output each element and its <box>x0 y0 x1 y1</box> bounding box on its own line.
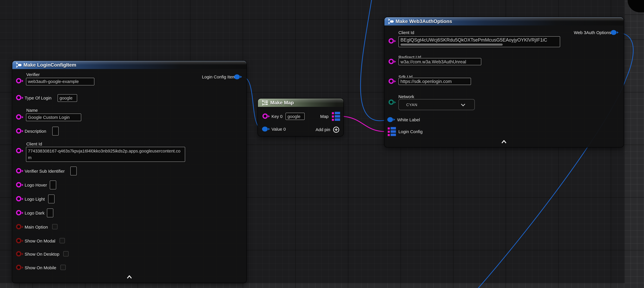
logo-dark-field[interactable] <box>47 208 53 217</box>
node-header-make-loginconfigitem[interactable]: Make LoginConfigItem <box>12 61 246 69</box>
main-option-checkbox[interactable] <box>52 224 58 229</box>
make-struct-icon <box>16 62 22 68</box>
input-pin-show-on-desktop[interactable] <box>16 251 25 256</box>
node-make-loginconfigitem[interactable]: Make LoginConfigItem Login Config Item V… <box>12 61 246 283</box>
pin-label-client-id: Client Id <box>26 141 42 146</box>
make-container-icon <box>262 100 268 106</box>
add-pin-label: Add pin <box>316 127 330 132</box>
input-pin-verifier-sub-identifier[interactable] <box>16 168 25 174</box>
network-dropdown-value: CYAN <box>406 102 418 107</box>
output-pin-label: Login Config Item <box>202 74 236 79</box>
show-on-modal-checkbox[interactable] <box>60 238 65 243</box>
input-pin-login-config[interactable] <box>388 127 396 136</box>
output-pin-map[interactable] <box>332 112 340 121</box>
object-pin-ball <box>234 74 240 79</box>
client-id-field[interactable]: 774338308167-q463s7kpvja16l4l0kko3nb925i… <box>26 147 185 162</box>
pin-label-show-on-mobile: Show On Mobile <box>25 265 56 270</box>
logo-light-field[interactable] <box>48 194 55 204</box>
node-make-map[interactable]: Make Map Key 0 google Map Value 0 Add pi… <box>258 99 343 136</box>
pin-label-show-on-modal: Show On Modal <box>25 238 56 243</box>
sdk-url-field[interactable]: https://sdk.openlogin.com <box>398 78 471 85</box>
input-pin-network[interactable] <box>388 100 397 105</box>
input-pin-logo-hover[interactable] <box>16 182 25 187</box>
node-title: Make Web3AuthOptions <box>396 19 452 24</box>
input-pin-name[interactable] <box>16 114 25 120</box>
input-pin-redirect-url[interactable] <box>388 59 397 64</box>
pin-label-key0: Key 0 <box>272 114 282 119</box>
collapse-node-chevron-icon[interactable] <box>502 140 506 143</box>
input-pin-client-id[interactable] <box>388 38 397 44</box>
pin-label-logo-hover: Logo Hover <box>25 182 47 187</box>
node-header-make-map[interactable]: Make Map <box>258 99 343 107</box>
input-pin-show-on-modal[interactable] <box>16 238 25 243</box>
verifier-sub-identifier-field[interactable] <box>70 167 77 176</box>
make-struct-icon <box>388 19 394 24</box>
pin-arrow <box>240 76 243 78</box>
add-pin-icon[interactable] <box>333 126 340 133</box>
node-title: Make LoginConfigItem <box>24 62 76 68</box>
pin-label-login-config: Login Config <box>398 129 422 134</box>
chevron-down-icon <box>461 104 465 107</box>
pin-label-name: Name <box>26 108 38 113</box>
pin-label-verifier: Verifier <box>26 72 40 77</box>
input-pin-main-option[interactable] <box>16 224 25 229</box>
input-pin-type-of-login[interactable] <box>16 95 25 100</box>
description-field[interactable] <box>52 127 59 136</box>
pin-label-white-label: White Label <box>397 117 420 122</box>
output-pin-web3auth-options[interactable] <box>611 30 620 35</box>
output-pin-label-map: Map <box>320 114 328 119</box>
show-on-desktop-checkbox[interactable] <box>63 251 69 256</box>
pin-label-logo-light: Logo Light <box>25 196 45 201</box>
pin-label-main-option: Main Option <box>25 224 48 229</box>
input-pin-logo-dark[interactable] <box>16 210 25 215</box>
pin-label-client-id: Client Id <box>398 30 414 35</box>
input-pin-white-label[interactable] <box>387 117 396 122</box>
network-dropdown[interactable]: CYAN <box>398 99 475 110</box>
pin-label-network: Network <box>398 94 414 99</box>
input-pin-key0[interactable] <box>262 113 271 119</box>
node-title: Make Map <box>270 100 294 106</box>
pin-label-verifier-sub-identifier: Verifier Sub Identifier <box>25 169 65 174</box>
pin-label-logo-dark: Logo Dark <box>25 210 44 215</box>
node-make-web3authoptions[interactable]: Make Web3AuthOptions Web 3Auth Options C… <box>384 17 624 147</box>
collapse-node-chevron-icon[interactable] <box>127 275 132 279</box>
output-pin-login-config-item[interactable] <box>234 74 243 79</box>
verifier-field[interactable]: web3auth-google-example <box>26 78 94 86</box>
pin-label-description: Description <box>25 129 46 134</box>
type-of-login-field[interactable]: google <box>58 94 77 102</box>
redirect-url-field[interactable]: w3a://com.w3a.Web3AuthUnreal <box>398 58 481 65</box>
input-pin-client-id[interactable] <box>16 148 25 153</box>
blueprint-canvas[interactable]: Make LoginConfigItem Login Config Item V… <box>0 0 644 288</box>
show-on-mobile-checkbox[interactable] <box>60 265 66 270</box>
pin-label-show-on-desktop: Show On Desktop <box>25 251 60 256</box>
input-pin-sdk-url[interactable] <box>388 78 397 84</box>
input-pin-verifier[interactable] <box>16 78 25 84</box>
logo-hover-field[interactable] <box>50 180 56 189</box>
output-pin-label: Web 3Auth Options <box>574 30 611 35</box>
pin-label-type-of-login: Type Of Login <box>25 95 52 100</box>
input-pin-description[interactable] <box>16 128 25 134</box>
node-header-make-web3authoptions[interactable]: Make Web3AuthOptions <box>384 17 624 26</box>
name-field[interactable]: Google Custom Login <box>26 113 81 121</box>
input-pin-show-on-mobile[interactable] <box>16 265 25 270</box>
input-pin-value0[interactable] <box>262 127 271 132</box>
client-id-field-scrollbar[interactable] <box>400 44 502 46</box>
pin-label-value0: Value 0 <box>272 127 286 132</box>
key0-field[interactable]: google <box>286 113 305 120</box>
input-pin-logo-light[interactable] <box>16 196 25 201</box>
